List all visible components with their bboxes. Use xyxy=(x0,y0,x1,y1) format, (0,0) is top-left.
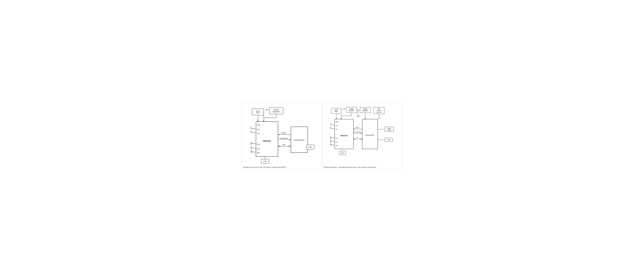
svg-line-12 xyxy=(250,127,252,129)
spi-label-t2: SPI xyxy=(356,137,358,138)
volt-reg1-label: Voltage xyxy=(349,108,354,110)
topology1-svg: Serial Flash VDD Voltage Regulators IW xyxy=(244,105,320,167)
svg-line-69 xyxy=(330,138,331,138)
svg-line-15 xyxy=(250,131,252,133)
host-wakeup-label-t2: Host Wakeup xyxy=(354,131,361,133)
iwrl-label-t2: IWRL6432 xyxy=(340,135,348,136)
voltage-reg-label2: Regulators xyxy=(272,111,280,112)
svg-line-19 xyxy=(250,143,252,144)
svg-line-16 xyxy=(250,132,252,133)
pir-label2: Sensor xyxy=(377,110,381,111)
svg-marker-82 xyxy=(361,133,362,134)
tx2-label: TX2 xyxy=(257,133,260,134)
svg-marker-3 xyxy=(258,120,258,122)
svg-line-73 xyxy=(330,141,331,142)
svg-line-26 xyxy=(250,150,252,152)
volt-reg1-label2: Regulator xyxy=(348,110,354,111)
rx1-label-t2: RX1 xyxy=(336,138,338,139)
svg-line-62 xyxy=(330,124,331,125)
vdd-label-t2: VDD xyxy=(343,108,346,110)
svg-marker-56 xyxy=(365,118,366,119)
topology2-caption: Topology2: (Example – Industrial) Periph… xyxy=(324,166,376,168)
svg-marker-58 xyxy=(378,118,380,119)
qspi-label: QSPI xyxy=(257,124,260,126)
svg-line-28 xyxy=(250,152,252,153)
volt-reg2-label: Voltage xyxy=(363,108,368,110)
svg-line-77 xyxy=(330,145,331,146)
svg-line-22 xyxy=(250,146,252,148)
svg-marker-80 xyxy=(354,129,354,129)
svg-line-67 xyxy=(330,136,331,138)
rx2-label: RX2 xyxy=(257,148,260,150)
svg-line-61 xyxy=(330,123,331,125)
diagram-panel-1: Serial Flash VDD Voltage Regulators IW xyxy=(242,102,322,170)
svg-line-76 xyxy=(330,144,331,145)
svg-marker-35 xyxy=(278,145,280,147)
svg-marker-33 xyxy=(290,139,291,140)
svg-line-27 xyxy=(250,151,252,152)
serial-flash-label-t2: Serial xyxy=(334,109,338,111)
external-mcu-label-t2: External MCU xyxy=(366,134,374,136)
reset-label: RESET xyxy=(281,132,286,134)
tx1-label: TX1 xyxy=(257,129,260,130)
svg-marker-85 xyxy=(361,138,362,140)
diagram-panel-2: Serial Flash VDD Voltage Regulator Volta… xyxy=(322,102,402,170)
reset-label-t2: RESET xyxy=(355,127,359,128)
svg-line-72 xyxy=(330,141,331,141)
qspi-label-t2: QSPI xyxy=(336,121,338,122)
svg-marker-54 xyxy=(357,116,358,117)
svg-marker-7 xyxy=(263,120,264,122)
serial-flash-label: Serial xyxy=(256,110,260,112)
svg-line-68 xyxy=(330,137,331,138)
iwrl-label: IWRL6432 xyxy=(263,140,271,142)
rx2-label-t2: RX2 xyxy=(336,142,338,143)
topology2-svg: Serial Flash VDD Voltage Regulator Volta… xyxy=(325,105,400,158)
spi-label: SPI xyxy=(282,144,285,145)
svg-marker-51 xyxy=(341,118,342,119)
xtal-right-label: XTAL xyxy=(308,146,312,148)
pir-label: PIR xyxy=(378,108,380,109)
serial-flash-label2-t2: Flash xyxy=(335,111,338,112)
en-label: EN xyxy=(358,115,360,117)
voltage-reg-label: Voltage xyxy=(274,109,279,110)
tx2-label-t2: TX2 xyxy=(336,129,338,130)
page-container: Serial Flash VDD Voltage Regulators IW xyxy=(242,102,402,170)
svg-marker-84 xyxy=(354,138,355,140)
svg-line-75 xyxy=(330,143,331,145)
vdd-label: VDD xyxy=(266,109,268,110)
host-wakeup-label: Host Wakeup xyxy=(280,138,288,139)
volt-reg2-label2: Regulator xyxy=(362,110,368,111)
svg-rect-10 xyxy=(256,122,278,157)
svg-line-20 xyxy=(250,144,252,145)
svg-marker-31 xyxy=(278,134,279,135)
xtal-left-label: XTAL xyxy=(263,160,267,162)
svg-line-65 xyxy=(330,128,331,129)
serial-flash-label2: Flash xyxy=(256,112,260,113)
tx1-label-t2: TX1 xyxy=(336,125,338,126)
hart-label2: modem xyxy=(387,129,391,131)
svg-line-64 xyxy=(330,127,331,129)
rx1-label: RX1 xyxy=(257,144,260,145)
rx3-label-t2: RX3 xyxy=(336,145,338,146)
svg-line-24 xyxy=(250,148,252,149)
svg-marker-36 xyxy=(289,145,291,147)
svg-rect-78 xyxy=(362,119,378,149)
svg-marker-46 xyxy=(336,118,337,119)
svg-rect-59 xyxy=(334,119,353,149)
xtal-right-label-t2: XTAL xyxy=(387,139,390,141)
hart-label: HART xyxy=(388,128,391,129)
svg-line-13 xyxy=(250,128,252,129)
pir-label3: (optional) xyxy=(376,111,382,113)
svg-line-18 xyxy=(250,142,252,144)
topology1-caption: Topology1: Autonomous mode, with ability… xyxy=(243,166,286,168)
svg-line-71 xyxy=(330,140,331,142)
svg-line-23 xyxy=(250,147,252,148)
external-mcu-label: External MCU xyxy=(294,139,304,141)
xtal-left-label-t2: XTAL xyxy=(341,152,344,154)
rx3-label: RX3 xyxy=(257,152,260,153)
